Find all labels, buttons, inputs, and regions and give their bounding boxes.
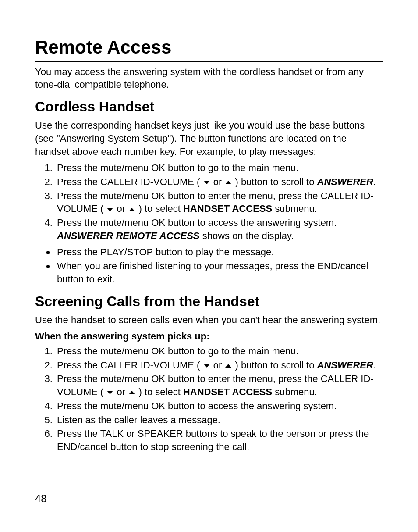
triangle-down-icon xyxy=(107,391,113,394)
text: ) button to scroll to xyxy=(232,176,317,187)
text: or xyxy=(211,360,225,371)
handset-access-label: HANDSET ACCESS xyxy=(183,386,272,397)
subheading-when-picks-up: When the answering system picks up: xyxy=(35,330,383,343)
triangle-down-icon xyxy=(107,208,113,211)
text: shows on the display. xyxy=(200,230,294,241)
text: submenu. xyxy=(272,386,317,397)
list-item: Press the mute/menu OK button to go to t… xyxy=(55,345,383,358)
text: or xyxy=(211,176,225,187)
answerer-label: ANSWERER xyxy=(317,176,373,187)
screening-description: Use the handset to screen calls even whe… xyxy=(35,314,383,327)
triangle-up-icon xyxy=(129,391,135,394)
text: ) to select xyxy=(136,386,183,397)
list-item: When you are finished listening to your … xyxy=(55,260,383,286)
text: Press the CALLER ID-VOLUME ( xyxy=(57,176,203,187)
list-item: Press the mute/menu OK button to access … xyxy=(55,216,383,242)
triangle-up-icon xyxy=(225,364,231,368)
answerer-label: ANSWERER xyxy=(317,360,373,371)
triangle-down-icon xyxy=(204,181,210,184)
triangle-up-icon xyxy=(225,181,231,184)
list-item: Press the CALLER ID-VOLUME ( or ) button… xyxy=(55,175,383,189)
list-item: Press the mute/menu OK button to enter t… xyxy=(55,189,383,215)
cordless-steps-list: Press the mute/menu OK button to go to t… xyxy=(35,161,383,242)
list-item: Press the TALK or SPEAKER buttons to spe… xyxy=(55,427,383,453)
list-item: Listen as the caller leaves a message. xyxy=(55,414,383,427)
list-item: Press the mute/menu OK button to access … xyxy=(55,400,383,413)
text: . xyxy=(373,360,376,371)
page-title: Remote Access xyxy=(35,35,383,62)
text: submenu. xyxy=(272,203,317,214)
triangle-down-icon xyxy=(204,364,210,368)
intro-paragraph: You may access the answering system with… xyxy=(35,65,383,91)
text: Press the mute/menu OK button to access … xyxy=(57,217,337,228)
text: ) button to scroll to xyxy=(232,360,317,371)
list-item: Press the PLAY/STOP button to play the m… xyxy=(55,246,383,259)
page-number: 48 xyxy=(35,492,47,506)
cordless-description: Use the corresponding handset keys just … xyxy=(35,119,383,158)
handset-access-label: HANDSET ACCESS xyxy=(183,203,272,214)
text: . xyxy=(373,176,376,187)
list-item: Press the mute/menu OK button to go to t… xyxy=(55,161,383,175)
text: Press the CALLER ID-VOLUME ( xyxy=(57,360,203,371)
list-item: Press the CALLER ID-VOLUME ( or ) button… xyxy=(55,359,383,372)
screening-steps-list: Press the mute/menu OK button to go to t… xyxy=(35,345,383,453)
cordless-bullets: Press the PLAY/STOP button to play the m… xyxy=(35,246,383,286)
section-cordless-handset: Cordless Handset xyxy=(35,97,383,116)
text: or xyxy=(114,203,128,214)
answerer-remote-access-label: ANSWERER REMOTE ACCESS xyxy=(57,230,200,241)
list-item: Press the mute/menu OK button to enter t… xyxy=(55,372,383,398)
text: or xyxy=(114,386,128,397)
section-screening-calls: Screening Calls from the Handset xyxy=(35,292,383,311)
text: ) to select xyxy=(136,203,183,214)
triangle-up-icon xyxy=(129,208,135,211)
